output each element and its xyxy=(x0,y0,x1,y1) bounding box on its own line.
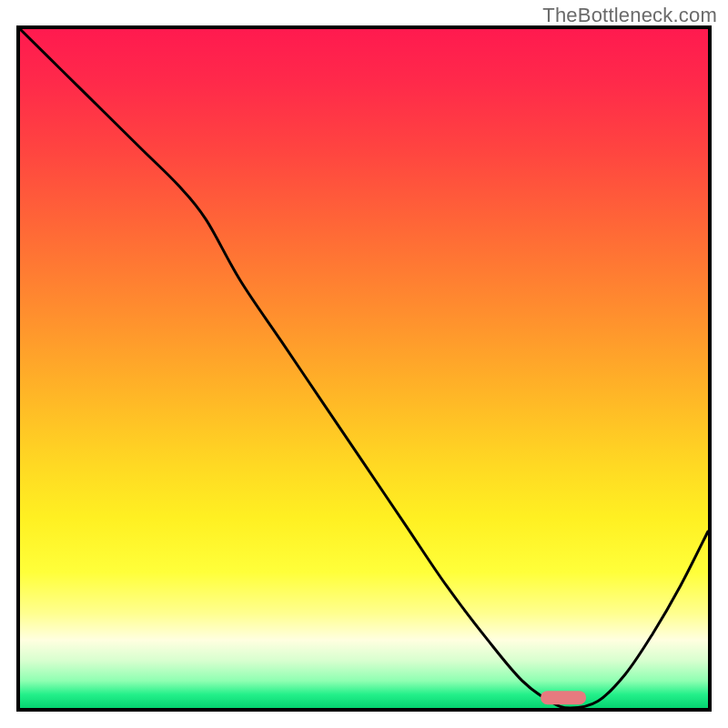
plot-area xyxy=(20,29,708,708)
plot-frame xyxy=(16,25,712,712)
bottleneck-curve xyxy=(20,29,708,708)
chart-container: TheBottleneck.com xyxy=(0,0,728,728)
optimal-marker xyxy=(541,691,586,705)
watermark-text: TheBottleneck.com xyxy=(542,4,717,27)
